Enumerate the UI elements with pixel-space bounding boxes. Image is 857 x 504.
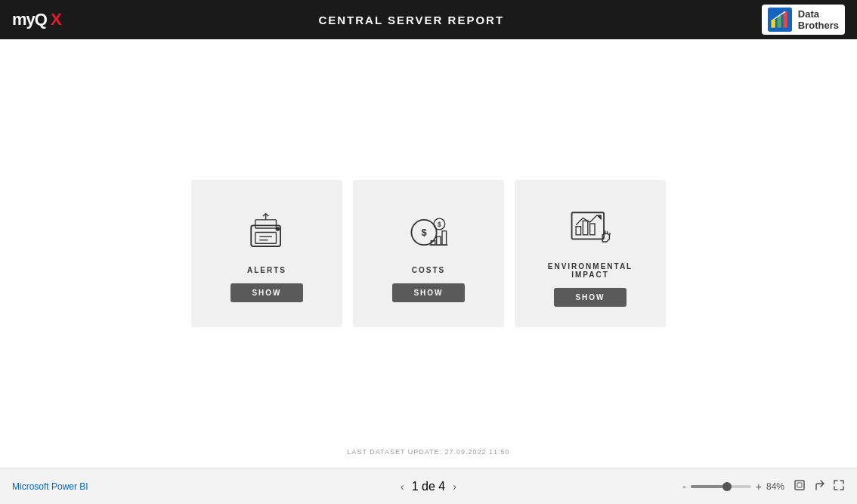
svg-rect-21 <box>583 221 587 234</box>
svg-rect-27 <box>795 481 804 490</box>
environmental-card: ENVIRONMENTAL IMPACT SHOW <box>515 180 666 327</box>
share-icon[interactable] <box>813 479 825 494</box>
svg-point-10 <box>275 227 280 231</box>
pagination-area: ‹ 1 de 4 › <box>398 479 459 494</box>
environmental-show-button[interactable]: SHOW <box>554 288 626 307</box>
data-brothers-icon <box>768 8 792 32</box>
fit-page-icon[interactable] <box>794 479 806 494</box>
header: myQ X CENTRAL SERVER REPORT Data Brother… <box>0 0 857 39</box>
costs-card: $ $ COSTS SHOW <box>353 180 504 327</box>
svg-rect-14 <box>442 230 447 244</box>
environmental-label: ENVIRONMENTAL IMPACT <box>548 262 633 279</box>
svg-rect-20 <box>576 227 580 235</box>
logo-x: X <box>51 10 61 29</box>
alerts-label: ALERTS <box>247 266 286 274</box>
page-info: 1 de 4 <box>412 480 445 493</box>
fullscreen-icon[interactable] <box>833 479 845 494</box>
brand-name-line1: Data <box>798 8 839 20</box>
zoom-thumb <box>722 482 732 491</box>
costs-show-button[interactable]: SHOW <box>392 283 464 302</box>
zoom-slider[interactable] <box>691 485 751 488</box>
bottom-bar: Microsoft Power BI ‹ 1 de 4 › - + 84% <box>0 468 857 504</box>
brand-name-line2: Brothers <box>798 20 839 31</box>
zoom-area: - + 84% <box>682 479 845 494</box>
svg-rect-6 <box>255 219 276 227</box>
svg-rect-3 <box>783 11 787 27</box>
svg-rect-5 <box>255 232 276 243</box>
page-next-button[interactable]: › <box>450 479 459 494</box>
svg-rect-2 <box>777 16 781 28</box>
bottom-bar-inner: Microsoft Power BI ‹ 1 de 4 › - + 84% <box>12 479 845 494</box>
alerts-show-button[interactable]: SHOW <box>230 283 302 302</box>
powerbi-link[interactable]: Microsoft Power BI <box>12 481 88 492</box>
brand-name: Data Brothers <box>798 8 839 31</box>
zoom-minus-button[interactable]: - <box>682 481 686 493</box>
zoom-slider-fill <box>691 485 724 488</box>
svg-text:$: $ <box>421 227 426 238</box>
svg-rect-22 <box>589 224 594 235</box>
cards-container: ALERTS SHOW $ $ COSTS <box>191 180 666 327</box>
zoom-plus-button[interactable]: + <box>756 481 762 493</box>
environmental-icon <box>564 204 617 253</box>
svg-rect-1 <box>771 20 775 28</box>
logo-area: myQ X <box>12 10 61 29</box>
header-title: CENTRAL SERVER REPORT <box>318 14 504 26</box>
costs-label: COSTS <box>412 266 445 274</box>
costs-icon: $ $ <box>402 208 455 257</box>
svg-rect-13 <box>436 237 441 245</box>
svg-text:$: $ <box>438 221 441 228</box>
alerts-icon <box>240 208 293 257</box>
svg-marker-23 <box>596 215 601 220</box>
myq-logo: myQ X <box>12 10 61 29</box>
bottom-right-icons <box>794 479 845 494</box>
zoom-percent: 84% <box>766 481 789 492</box>
svg-line-26 <box>609 233 610 236</box>
svg-rect-28 <box>797 483 802 487</box>
alerts-card: ALERTS SHOW <box>191 180 342 327</box>
brand-area: Data Brothers <box>762 5 845 35</box>
main-content: ALERTS SHOW $ $ COSTS <box>0 39 857 468</box>
page-prev-button[interactable]: ‹ <box>398 479 407 494</box>
dataset-update: LAST DATASET UPDATE: 27.09.2022 11:50 <box>347 448 509 456</box>
